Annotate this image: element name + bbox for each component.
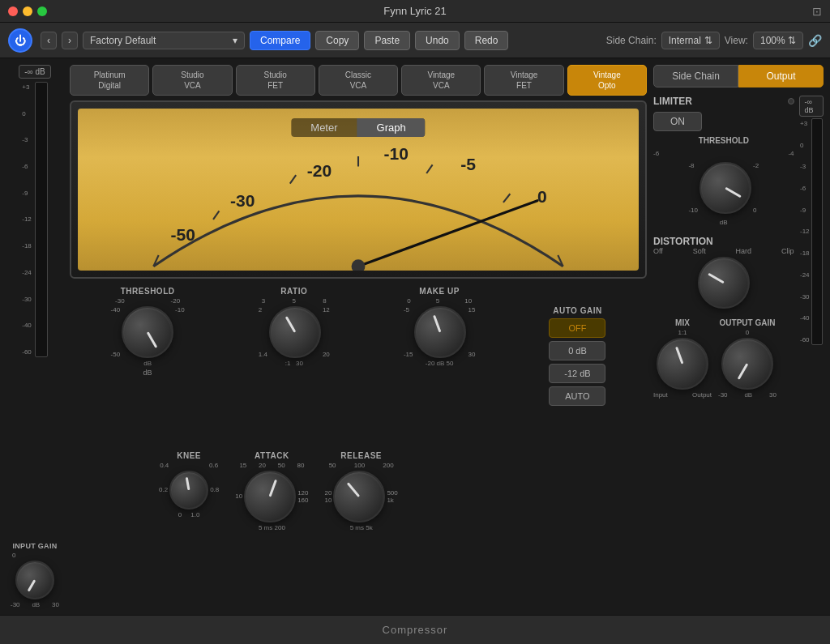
toolbar: ⏻ ‹ › Factory Default ▾ Compare Copy Pas… xyxy=(0,23,830,58)
limiter-on-area: ON xyxy=(653,112,794,131)
comp-tab-studio-vca[interactable]: StudioVCA xyxy=(152,65,232,96)
output-gain-group: OUTPUT GAIN 0 -30dB30 xyxy=(718,318,777,399)
makeup-group: MAKE UP 0510 -5-15 1530 -20 dB 50 xyxy=(404,287,475,367)
sidechain-section: Side Chain: Internal ⇅ xyxy=(606,32,720,49)
main-content: -∞ dB +3 0 -3 -6 -9 -12 -18 -24 -30 -40 … xyxy=(0,58,830,615)
attack-label: ATTACK xyxy=(255,451,289,460)
right-panel: Side Chain Output LIMITER ON THRESHOLD -… xyxy=(653,65,824,608)
ratio-knob[interactable] xyxy=(269,306,321,358)
view-dropdown[interactable]: 100% ⇅ xyxy=(753,32,803,49)
auto-gain-auto-button[interactable]: AUTO xyxy=(549,386,605,406)
power-button[interactable]: ⏻ xyxy=(8,28,32,53)
comp-tab-platinum-digital[interactable]: PlatinumDigital xyxy=(70,65,149,96)
undo-button[interactable]: Undo xyxy=(415,31,460,50)
threshold-group: THRESHOLD -30-20 -40-50 -10 dB dB xyxy=(111,287,185,377)
makeup-knob[interactable] xyxy=(414,306,466,358)
ratio-group: RATIO 358 21.4 1220 :1 30 xyxy=(259,287,330,367)
bottom-label: Compressor xyxy=(383,624,448,636)
distortion-section: DISTORTION OffSoftHardClip xyxy=(653,236,794,309)
threshold-knob[interactable] xyxy=(122,306,173,358)
comp-tab-vintage-fet[interactable]: VintageFET xyxy=(484,65,563,96)
release-group: RELEASE 50100200 2010 5001k 5 ms 5k xyxy=(325,451,398,531)
limiter-header: LIMITER xyxy=(653,96,794,107)
window-title: Fynn Lyric 21 xyxy=(383,5,447,17)
center-panel: PlatinumDigital StudioVCA StudioFET Clas… xyxy=(70,65,647,608)
window-resize-icon[interactable]: ⊡ xyxy=(812,5,822,18)
comp-tab-classic-vca[interactable]: ClassicVCA xyxy=(319,65,398,96)
traffic-lights xyxy=(8,6,47,16)
mix-knob[interactable] xyxy=(657,338,708,390)
close-button[interactable] xyxy=(8,6,18,16)
meter-graph-tabs: Meter Graph xyxy=(291,118,425,137)
ratio-label: RATIO xyxy=(280,287,307,296)
output-level-meter xyxy=(811,118,823,345)
meter-tab[interactable]: Meter xyxy=(291,118,357,137)
makeup-label: MAKE UP xyxy=(419,287,460,296)
comp-tab-vintage-vca[interactable]: VintageVCA xyxy=(401,65,481,96)
sidechain-output-tabs: Side Chain Output xyxy=(653,65,824,87)
threshold-label: THRESHOLD xyxy=(121,287,175,296)
attack-knob[interactable] xyxy=(244,471,296,522)
paste-button[interactable]: Paste xyxy=(364,31,410,50)
limiter-indicator xyxy=(788,98,794,104)
controls-top-row: THRESHOLD -30-20 -40-50 -10 dB dB xyxy=(70,287,647,445)
preset-dropdown[interactable]: Factory Default ▾ xyxy=(83,32,245,49)
knee-label: KNEE xyxy=(177,451,201,460)
maximize-button[interactable] xyxy=(37,6,47,16)
sidechain-dropdown[interactable]: Internal ⇅ xyxy=(661,32,720,49)
right-controls: LIMITER ON THRESHOLD -6 -4 -8-10 xyxy=(653,96,794,399)
compare-button[interactable]: Compare xyxy=(250,31,310,50)
link-icon[interactable]: 🔗 xyxy=(808,34,822,47)
mix-label: MIX xyxy=(675,318,690,327)
release-knob[interactable] xyxy=(333,471,385,522)
auto-gain-0db-button[interactable]: 0 dB xyxy=(549,341,605,360)
nav-back-button[interactable]: ‹ xyxy=(41,32,57,49)
comp-tab-studio-fet[interactable]: StudioFET xyxy=(236,65,315,96)
right-threshold-label: THRESHOLD xyxy=(653,136,794,145)
copy-button[interactable]: Copy xyxy=(315,31,359,50)
title-bar: Fynn Lyric 21 ⊡ xyxy=(0,0,830,23)
mix-group: MIX 1:1 InputOutput xyxy=(653,318,712,399)
svg-line-10 xyxy=(426,164,432,173)
svg-text:-5: -5 xyxy=(460,155,476,173)
svg-text:-10: -10 xyxy=(384,144,409,163)
bottom-bar: Compressor xyxy=(0,615,830,644)
knee-group: KNEE 0.40.6 0.2 0.8 0 1.0 xyxy=(159,451,219,518)
auto-gain-label: AUTO GAIN xyxy=(553,306,601,315)
output-meter-label: -∞ dB xyxy=(799,96,824,117)
auto-gain-section: AUTO GAIN OFF 0 dB -12 dB AUTO xyxy=(549,306,605,406)
limiter-meter-row: LIMITER ON THRESHOLD -6 -4 -8-10 xyxy=(653,96,824,399)
output-gain-knob[interactable] xyxy=(721,338,773,390)
release-label: RELEASE xyxy=(340,451,382,460)
attack-group: ATTACK 15205080 10 120160 5 ms 200 xyxy=(235,451,308,531)
svg-text:0: 0 xyxy=(537,187,547,206)
graph-tab[interactable]: Graph xyxy=(357,118,426,137)
input-gain-label: INPUT GAIN xyxy=(12,542,57,550)
svg-text:-20: -20 xyxy=(307,161,332,180)
distortion-knob[interactable] xyxy=(698,257,750,309)
left-column: -∞ dB +3 0 -3 -6 -9 -12 -18 -24 -30 -40 … xyxy=(6,65,63,608)
input-level-meter xyxy=(35,82,48,357)
vu-display: Meter Graph -50 -30 -20 -10 -5 0 xyxy=(70,100,647,279)
knee-knob[interactable] xyxy=(169,471,208,510)
input-gain-knob[interactable] xyxy=(15,561,54,599)
limiter-on-button[interactable]: ON xyxy=(653,112,702,131)
sidechain-tab[interactable]: Side Chain xyxy=(653,65,738,87)
view-section: View: 100% ⇅ 🔗 xyxy=(725,32,822,49)
right-meter-column: -∞ dB +3 0 -3 -6 -9 -12 -18 -24 -30 -40 … xyxy=(799,96,824,345)
nav-forward-button[interactable]: › xyxy=(62,32,78,49)
input-meter-label: -∞ dB xyxy=(19,65,50,79)
output-tab[interactable]: Output xyxy=(738,65,824,87)
auto-gain-12db-button[interactable]: -12 dB xyxy=(549,364,605,383)
right-threshold-knob[interactable] xyxy=(700,162,751,214)
meter-scale-labels: +3 0 -3 -6 -9 -12 -18 -24 -30 -40 -60 xyxy=(22,82,32,357)
controls-bottom-row: KNEE 0.40.6 0.2 0.8 0 1.0 ATTACK 1520508… xyxy=(70,451,647,609)
svg-line-11 xyxy=(503,194,510,203)
minimize-button[interactable] xyxy=(23,6,32,16)
redo-button[interactable]: Redo xyxy=(464,31,509,50)
svg-line-8 xyxy=(290,175,296,184)
svg-text:-30: -30 xyxy=(230,191,255,210)
comp-tab-vintage-opto[interactable]: VintageOpto xyxy=(567,65,647,96)
auto-gain-off-button[interactable]: OFF xyxy=(549,318,605,338)
svg-point-14 xyxy=(352,259,366,271)
